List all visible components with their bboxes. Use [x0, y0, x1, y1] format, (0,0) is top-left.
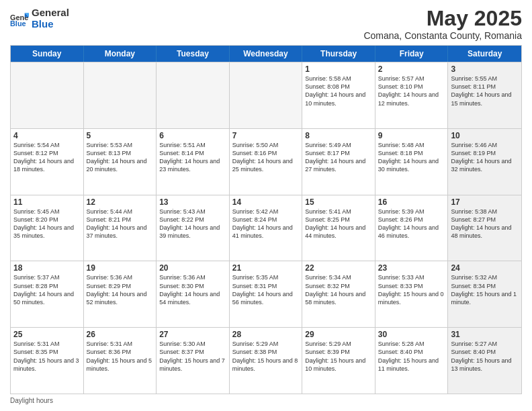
- calendar-cell-28: 28Sunrise: 5:29 AMSunset: 8:38 PMDayligh…: [230, 328, 303, 394]
- cell-info: Sunrise: 5:58 AMSunset: 8:08 PMDaylight:…: [305, 75, 372, 107]
- calendar-cell-5: 5Sunrise: 5:53 AMSunset: 8:13 PMDaylight…: [84, 129, 157, 195]
- calendar-cell-12: 12Sunrise: 5:44 AMSunset: 8:21 PMDayligh…: [84, 195, 157, 261]
- weekday-header-thursday: Thursday: [302, 46, 375, 62]
- logo-icon: General Blue: [10, 9, 29, 28]
- day-number: 19: [87, 263, 154, 273]
- cell-info: Sunrise: 5:39 AMSunset: 8:26 PMDaylight:…: [378, 208, 445, 240]
- day-number: 4: [13, 131, 81, 140]
- calendar-cell-17: 17Sunrise: 5:38 AMSunset: 8:27 PMDayligh…: [448, 195, 521, 261]
- calendar-row-1: 1Sunrise: 5:58 AMSunset: 8:08 PMDaylight…: [11, 62, 521, 128]
- calendar-cell-empty: [230, 62, 303, 128]
- cell-info: Sunrise: 5:35 AMSunset: 8:31 PMDaylight:…: [232, 273, 300, 306]
- weekday-header-sunday: Sunday: [11, 46, 84, 62]
- day-number: 24: [451, 263, 519, 273]
- day-number: 27: [159, 330, 226, 339]
- cell-info: Sunrise: 5:31 AMSunset: 8:36 PMDaylight:…: [87, 340, 154, 373]
- month-title: May 2025: [363, 7, 522, 30]
- day-number: 10: [451, 131, 519, 140]
- day-number: 13: [159, 197, 226, 207]
- cell-info: Sunrise: 5:48 AMSunset: 8:18 PMDaylight:…: [378, 141, 445, 174]
- title-block: May 2025 Comana, Constanta County, Roman…: [363, 7, 522, 41]
- day-number: 6: [159, 131, 226, 140]
- calendar-cell-11: 11Sunrise: 5:45 AMSunset: 8:20 PMDayligh…: [11, 195, 84, 261]
- location-subtitle: Comana, Constanta County, Romania: [363, 30, 522, 41]
- calendar-cell-8: 8Sunrise: 5:49 AMSunset: 8:17 PMDaylight…: [302, 129, 375, 195]
- cell-info: Sunrise: 5:27 AMSunset: 8:40 PMDaylight:…: [451, 340, 519, 373]
- day-number: 8: [305, 131, 372, 140]
- calendar-cell-23: 23Sunrise: 5:33 AMSunset: 8:33 PMDayligh…: [375, 261, 449, 327]
- calendar-cell-empty: [157, 62, 230, 128]
- calendar-cell-1: 1Sunrise: 5:58 AMSunset: 8:08 PMDaylight…: [302, 62, 375, 128]
- calendar-cell-6: 6Sunrise: 5:51 AMSunset: 8:14 PMDaylight…: [157, 129, 230, 195]
- cell-info: Sunrise: 5:38 AMSunset: 8:27 PMDaylight:…: [451, 208, 519, 240]
- day-number: 25: [13, 330, 81, 339]
- logo-blue: Blue: [32, 18, 69, 30]
- calendar-cell-25: 25Sunrise: 5:31 AMSunset: 8:35 PMDayligh…: [11, 328, 84, 394]
- calendar-cell-14: 14Sunrise: 5:42 AMSunset: 8:24 PMDayligh…: [230, 195, 303, 261]
- daylight-label: Daylight hours: [10, 397, 53, 404]
- cell-info: Sunrise: 5:55 AMSunset: 8:11 PMDaylight:…: [451, 75, 519, 107]
- calendar: SundayMondayTuesdayWednesdayThursdayFrid…: [10, 45, 522, 394]
- cell-info: Sunrise: 5:37 AMSunset: 8:28 PMDaylight:…: [13, 273, 81, 306]
- calendar-cell-empty: [84, 62, 157, 128]
- calendar-cell-31: 31Sunrise: 5:27 AMSunset: 8:40 PMDayligh…: [448, 328, 521, 394]
- svg-text:Blue: Blue: [10, 20, 26, 28]
- cell-info: Sunrise: 5:30 AMSunset: 8:37 PMDaylight:…: [159, 340, 226, 373]
- calendar-cell-22: 22Sunrise: 5:34 AMSunset: 8:32 PMDayligh…: [302, 261, 375, 327]
- calendar-cell-2: 2Sunrise: 5:57 AMSunset: 8:10 PMDaylight…: [375, 62, 449, 128]
- calendar-cell-13: 13Sunrise: 5:43 AMSunset: 8:22 PMDayligh…: [157, 195, 230, 261]
- cell-info: Sunrise: 5:33 AMSunset: 8:33 PMDaylight:…: [378, 273, 445, 306]
- day-number: 17: [451, 197, 519, 207]
- day-number: 22: [305, 263, 372, 273]
- weekday-header-wednesday: Wednesday: [230, 46, 303, 62]
- cell-info: Sunrise: 5:51 AMSunset: 8:14 PMDaylight:…: [159, 141, 226, 174]
- weekday-header-tuesday: Tuesday: [157, 46, 230, 62]
- calendar-cell-19: 19Sunrise: 5:36 AMSunset: 8:29 PMDayligh…: [84, 261, 157, 327]
- cell-info: Sunrise: 5:31 AMSunset: 8:35 PMDaylight:…: [13, 340, 81, 373]
- day-number: 9: [378, 131, 445, 140]
- day-number: 18: [13, 263, 81, 273]
- cell-info: Sunrise: 5:34 AMSunset: 8:32 PMDaylight:…: [305, 273, 372, 306]
- calendar-cell-27: 27Sunrise: 5:30 AMSunset: 8:37 PMDayligh…: [157, 328, 230, 394]
- day-number: 3: [451, 64, 519, 74]
- day-number: 28: [232, 330, 300, 339]
- calendar-row-5: 25Sunrise: 5:31 AMSunset: 8:35 PMDayligh…: [11, 327, 521, 394]
- day-number: 30: [378, 330, 445, 339]
- day-number: 16: [378, 197, 445, 207]
- calendar-row-3: 11Sunrise: 5:45 AMSunset: 8:20 PMDayligh…: [11, 195, 521, 261]
- day-number: 1: [305, 64, 372, 74]
- day-number: 7: [232, 131, 300, 140]
- day-number: 12: [87, 197, 154, 207]
- weekday-header-friday: Friday: [375, 46, 449, 62]
- calendar-cell-20: 20Sunrise: 5:36 AMSunset: 8:30 PMDayligh…: [157, 261, 230, 327]
- calendar-cell-18: 18Sunrise: 5:37 AMSunset: 8:28 PMDayligh…: [11, 261, 84, 327]
- day-number: 5: [87, 131, 154, 140]
- calendar-body: 1Sunrise: 5:58 AMSunset: 8:08 PMDaylight…: [11, 62, 521, 394]
- calendar-cell-empty: [11, 62, 84, 128]
- cell-info: Sunrise: 5:43 AMSunset: 8:22 PMDaylight:…: [159, 208, 226, 240]
- footer: Daylight hours: [10, 397, 522, 404]
- calendar-cell-30: 30Sunrise: 5:28 AMSunset: 8:40 PMDayligh…: [375, 328, 449, 394]
- calendar-cell-4: 4Sunrise: 5:54 AMSunset: 8:12 PMDaylight…: [11, 129, 84, 195]
- calendar-row-4: 18Sunrise: 5:37 AMSunset: 8:28 PMDayligh…: [11, 261, 521, 327]
- cell-info: Sunrise: 5:28 AMSunset: 8:40 PMDaylight:…: [378, 340, 445, 373]
- cell-info: Sunrise: 5:46 AMSunset: 8:19 PMDaylight:…: [451, 141, 519, 174]
- weekday-header-monday: Monday: [84, 46, 157, 62]
- cell-info: Sunrise: 5:45 AMSunset: 8:20 PMDaylight:…: [13, 208, 81, 240]
- cell-info: Sunrise: 5:29 AMSunset: 8:38 PMDaylight:…: [232, 340, 300, 373]
- cell-info: Sunrise: 5:54 AMSunset: 8:12 PMDaylight:…: [13, 141, 81, 174]
- calendar-cell-10: 10Sunrise: 5:46 AMSunset: 8:19 PMDayligh…: [448, 129, 521, 195]
- day-number: 15: [305, 197, 372, 207]
- calendar-row-2: 4Sunrise: 5:54 AMSunset: 8:12 PMDaylight…: [11, 128, 521, 195]
- day-number: 2: [378, 64, 445, 74]
- cell-info: Sunrise: 5:57 AMSunset: 8:10 PMDaylight:…: [378, 75, 445, 107]
- cell-info: Sunrise: 5:44 AMSunset: 8:21 PMDaylight:…: [87, 208, 154, 240]
- calendar-cell-24: 24Sunrise: 5:32 AMSunset: 8:34 PMDayligh…: [448, 261, 521, 327]
- calendar-cell-9: 9Sunrise: 5:48 AMSunset: 8:18 PMDaylight…: [375, 129, 449, 195]
- calendar-cell-26: 26Sunrise: 5:31 AMSunset: 8:36 PMDayligh…: [84, 328, 157, 394]
- calendar-cell-16: 16Sunrise: 5:39 AMSunset: 8:26 PMDayligh…: [375, 195, 449, 261]
- cell-info: Sunrise: 5:36 AMSunset: 8:29 PMDaylight:…: [87, 273, 154, 306]
- cell-info: Sunrise: 5:49 AMSunset: 8:17 PMDaylight:…: [305, 141, 372, 174]
- logo-general: General: [32, 7, 69, 18]
- cell-info: Sunrise: 5:36 AMSunset: 8:30 PMDaylight:…: [159, 273, 226, 306]
